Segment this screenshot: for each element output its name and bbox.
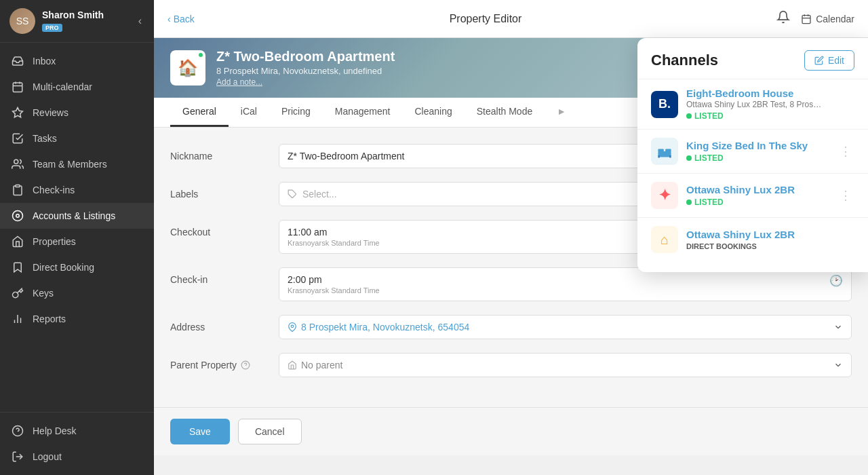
notification-bell-button[interactable] xyxy=(776,10,790,27)
tab-cleaning[interactable]: Cleaning xyxy=(402,98,464,127)
sidebar-item-team-members[interactable]: Team & Members xyxy=(0,151,154,177)
sidebar-item-label: Direct Booking xyxy=(33,262,94,273)
channels-edit-button[interactable]: Edit xyxy=(804,50,854,71)
svg-rect-29 xyxy=(665,149,671,152)
clock-icon: 🕑 xyxy=(829,274,843,287)
parent-property-value: No parent xyxy=(288,360,342,370)
checkin-time-picker[interactable]: 2:00 pm Krasnoyarsk Standard Time 🕑 xyxy=(279,267,852,301)
sidebar-item-keys[interactable]: Keys xyxy=(0,280,154,306)
parent-property-text: No parent xyxy=(301,360,342,370)
channel-name-airbnb[interactable]: Ottawa Shiny Lux 2BR xyxy=(686,184,837,195)
sidebar: SS Sharon Smith PRO ‹ Inbox Multi-calend… xyxy=(0,0,154,475)
channel-name-direct[interactable]: Ottawa Shiny Lux 2BR xyxy=(686,229,854,240)
channel-item-airbnb: ✦ Ottawa Shiny Lux 2BR LISTED ⋮ xyxy=(637,173,868,217)
channel-name-king[interactable]: King Size Bed In The Sky xyxy=(686,140,837,151)
channel-status-booking: LISTED xyxy=(686,111,854,121)
sidebar-item-reviews[interactable]: Reviews xyxy=(0,100,154,126)
topbar: ‹ Back Property Editor Calendar xyxy=(154,0,868,38)
tab-pricing[interactable]: Pricing xyxy=(269,98,323,127)
svg-rect-6 xyxy=(16,185,20,187)
channel-more-airbnb[interactable]: ⋮ xyxy=(837,185,854,206)
channel-item-king: King Size Bed In The Sky LISTED ⋮ xyxy=(637,129,868,173)
address-value: 8 Prospekt Mira, Novokuznetsk, 654054 xyxy=(288,322,469,332)
checkout-label: Checkout xyxy=(170,220,279,238)
sidebar-item-label: Logout xyxy=(33,451,62,462)
channel-status-king: LISTED xyxy=(686,153,837,163)
user-info: Sharon Smith PRO xyxy=(42,10,136,33)
parent-property-select[interactable]: No parent xyxy=(279,353,852,377)
sidebar-item-accounts-listings[interactable]: Accounts & Listings xyxy=(0,203,154,229)
sidebar-item-logout[interactable]: Logout xyxy=(0,444,154,470)
parent-property-label: Parent Property xyxy=(170,353,279,370)
sidebar-item-multi-calendar[interactable]: Multi-calendar xyxy=(0,74,154,100)
tab-ical[interactable]: iCal xyxy=(229,98,269,127)
users-icon xyxy=(11,157,24,171)
sidebar-item-properties[interactable]: Properties xyxy=(0,229,154,254)
checkin-field: 2:00 pm Krasnoyarsk Standard Time 🕑 xyxy=(279,267,852,301)
channel-info-direct: Ottawa Shiny Lux 2BR DIRECT BOOKINGS xyxy=(686,229,854,250)
link-icon xyxy=(11,209,24,223)
svg-rect-31 xyxy=(669,155,671,158)
tab-more[interactable]: ► xyxy=(545,98,578,127)
check-square-icon xyxy=(11,132,24,145)
sidebar-item-help-desk[interactable]: Help Desk xyxy=(0,418,154,444)
svg-point-8 xyxy=(16,214,20,218)
address-label: Address xyxy=(170,315,279,332)
bar-chart-icon xyxy=(11,312,24,326)
sidebar-item-label: Tasks xyxy=(33,133,57,144)
address-select[interactable]: 8 Prospekt Mira, Novokuznetsk, 654054 xyxy=(279,315,852,339)
cancel-button[interactable]: Cancel xyxy=(238,419,302,444)
channel-status-airbnb: LISTED xyxy=(686,197,837,207)
key-icon xyxy=(11,286,24,300)
channel-more-king[interactable]: ⋮ xyxy=(837,141,854,162)
tab-general[interactable]: General xyxy=(170,98,229,127)
sidebar-item-label: Reports xyxy=(33,314,66,324)
svg-point-24 xyxy=(291,325,294,328)
sidebar-bottom: Help Desk Logout xyxy=(0,412,154,475)
svg-point-5 xyxy=(14,159,18,164)
sidebar-nav: Inbox Multi-calendar Reviews Tasks xyxy=(0,43,154,412)
calendar-label: Calendar xyxy=(816,14,854,24)
address-field: 8 Prospekt Mira, Novokuznetsk, 654054 xyxy=(279,315,852,339)
address-row: Address 8 Prospekt Mira, Novokuznetsk, 6… xyxy=(170,315,852,339)
booking-logo: B. xyxy=(651,91,678,118)
save-button[interactable]: Save xyxy=(170,419,230,444)
username: Sharon Smith xyxy=(42,10,136,21)
labels-label: Labels xyxy=(170,182,279,200)
bookmark-icon xyxy=(11,261,24,274)
svg-marker-4 xyxy=(13,108,23,117)
checkin-row: Check-in 2:00 pm Krasnoyarsk Standard Ti… xyxy=(170,267,852,301)
collapse-sidebar-button[interactable]: ‹ xyxy=(136,12,144,30)
channels-panel: Channels Edit B. Eight-Bedroom House Ott… xyxy=(637,38,868,272)
svg-rect-27 xyxy=(658,151,671,157)
sidebar-item-direct-booking[interactable]: Direct Booking xyxy=(0,254,154,280)
channel-info-airbnb: Ottawa Shiny Lux 2BR LISTED xyxy=(686,184,837,207)
channel-name-booking[interactable]: Eight-Bedroom House xyxy=(686,88,854,99)
tab-stealth-mode[interactable]: Stealth Mode xyxy=(465,98,545,127)
calendar-grid-icon xyxy=(11,80,24,94)
sidebar-header: SS Sharon Smith PRO ‹ xyxy=(0,0,154,43)
channel-info-king: King Size Bed In The Sky LISTED xyxy=(686,140,837,163)
channel-info-booking: Eight-Bedroom House Ottawa Shiny Lux 2BR… xyxy=(686,88,854,121)
svg-rect-0 xyxy=(13,83,22,92)
labels-select-inner: Select... xyxy=(288,189,337,200)
sidebar-item-label: Team & Members xyxy=(33,159,107,170)
property-home-icon: 🏠 xyxy=(178,58,198,77)
sidebar-item-reports[interactable]: Reports xyxy=(0,306,154,332)
help-icon xyxy=(241,360,250,370)
sidebar-item-label: Reviews xyxy=(33,107,68,118)
nickname-label: Nickname xyxy=(170,144,279,162)
checkin-label: Check-in xyxy=(170,267,279,285)
direct-logo: ⌂ xyxy=(651,226,678,253)
channels-title: Channels xyxy=(651,52,718,69)
calendar-button[interactable]: Calendar xyxy=(801,14,854,24)
channel-sub-direct: DIRECT BOOKINGS xyxy=(686,242,854,250)
back-button[interactable]: ‹ Back xyxy=(167,14,195,24)
sidebar-item-tasks[interactable]: Tasks xyxy=(0,126,154,151)
tab-management[interactable]: Management xyxy=(323,98,403,127)
parent-property-row: Parent Property No parent xyxy=(170,353,852,377)
sidebar-item-inbox[interactable]: Inbox xyxy=(0,48,154,74)
log-out-icon xyxy=(11,450,24,463)
sidebar-item-check-ins[interactable]: Check-ins xyxy=(0,177,154,203)
sidebar-item-label: Keys xyxy=(33,288,54,299)
